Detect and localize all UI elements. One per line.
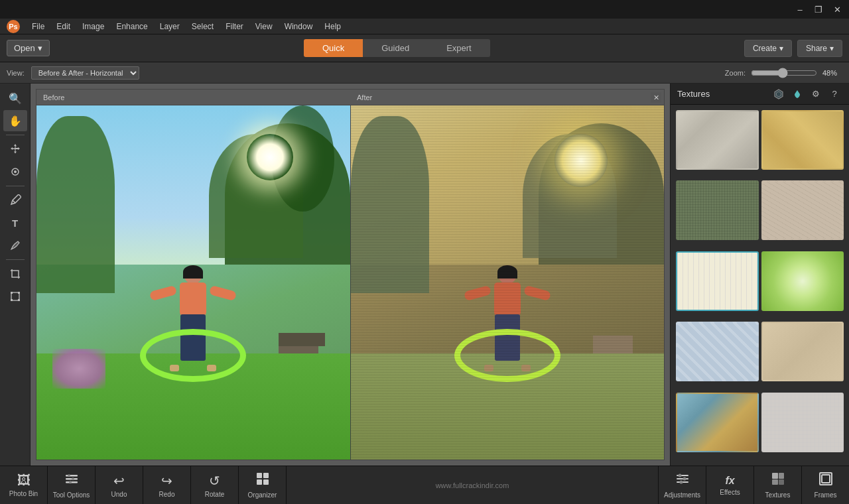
- svg-rect-7: [11, 299, 13, 301]
- frames-label: Frames: [815, 491, 837, 499]
- texture-grid: [671, 105, 849, 466]
- svg-rect-22: [677, 478, 688, 479]
- canvas-area: ✕ Before After: [31, 84, 670, 466]
- top-toolbar: Open ▾ Quick Guided Expert Create ▾ Shar…: [0, 34, 849, 62]
- share-button[interactable]: Share ▾: [797, 40, 842, 57]
- canvas-close-button[interactable]: ✕: [651, 92, 661, 103]
- after-image-pane[interactable]: [351, 105, 665, 460]
- tool-options-label: Tool Options: [53, 491, 90, 499]
- svg-rect-5: [11, 292, 13, 294]
- svg-point-26: [679, 481, 683, 484]
- svg-rect-18: [263, 473, 269, 478]
- help-icon[interactable]: ?: [826, 86, 842, 102]
- organizer-label: Organizer: [248, 491, 277, 499]
- texture-7[interactable]: [676, 322, 759, 381]
- texture-6[interactable]: [761, 251, 844, 311]
- right-panel-header: Textures ⚙ ?: [671, 84, 849, 105]
- zoom-tool[interactable]: 🔍: [3, 88, 27, 109]
- texture-4[interactable]: [761, 180, 844, 240]
- photo-bin-label: Photo Bin: [9, 490, 38, 497]
- texture-8[interactable]: [761, 322, 844, 381]
- before-label: Before: [36, 90, 350, 105]
- adjustments-tool[interactable]: Adjustments: [658, 466, 706, 505]
- svg-rect-19: [257, 479, 262, 485]
- brush-tool[interactable]: [3, 235, 27, 256]
- zoom-value: 48%: [822, 69, 842, 77]
- organizer-tool[interactable]: Organizer: [239, 466, 287, 505]
- tool-separator-2: [6, 186, 25, 186]
- svg-point-25: [683, 477, 686, 481]
- create-button[interactable]: Create ▾: [744, 40, 792, 57]
- menu-select[interactable]: Select: [186, 21, 219, 32]
- draw-tool[interactable]: [3, 190, 27, 211]
- svg-rect-8: [18, 299, 20, 301]
- menu-image[interactable]: Image: [77, 21, 109, 32]
- svg-point-16: [69, 481, 72, 483]
- view-label: View:: [7, 69, 25, 77]
- before-image-pane[interactable]: [36, 105, 350, 460]
- close-button[interactable]: ✕: [828, 2, 846, 17]
- menu-view[interactable]: View: [250, 21, 278, 32]
- menu-filter[interactable]: Filter: [220, 21, 249, 32]
- texture-9[interactable]: [676, 393, 759, 452]
- open-chevron-icon: ▾: [38, 43, 42, 53]
- svg-rect-27: [772, 473, 778, 479]
- smart-brush-tool[interactable]: [3, 161, 27, 182]
- move-tool[interactable]: [3, 139, 27, 160]
- tab-quick[interactable]: Quick: [304, 39, 363, 57]
- photo-bin-tool[interactable]: 🖼 Photo Bin: [0, 466, 48, 505]
- hand-tool[interactable]: ✋: [3, 110, 27, 131]
- menu-help[interactable]: Help: [319, 21, 346, 32]
- svg-rect-30: [779, 479, 784, 485]
- svg-rect-17: [257, 473, 262, 478]
- minimize-button[interactable]: –: [791, 2, 809, 17]
- svg-rect-28: [779, 473, 784, 479]
- transform-tool[interactable]: [3, 286, 27, 307]
- crop-tool[interactable]: [3, 263, 27, 284]
- effects-tool[interactable]: fx Effects: [706, 466, 753, 505]
- share-label: Share: [806, 44, 827, 53]
- tool-separator-3: [6, 259, 25, 260]
- rotate-tool[interactable]: ↺ Rotate: [191, 466, 239, 505]
- menu-enhance[interactable]: Enhance: [111, 21, 153, 32]
- texture-3[interactable]: [676, 180, 759, 240]
- zoom-label: Zoom:: [725, 69, 746, 77]
- redo-label: Redo: [159, 491, 175, 498]
- svg-rect-29: [772, 479, 778, 485]
- zoom-slider[interactable]: [751, 68, 817, 78]
- texture-2[interactable]: [761, 110, 844, 170]
- redo-tool[interactable]: ↪ Redo: [143, 466, 191, 505]
- tool-options-tool[interactable]: Tool Options: [48, 466, 96, 505]
- water-icon[interactable]: [789, 86, 805, 102]
- svg-rect-6: [18, 292, 20, 294]
- svg-rect-20: [263, 479, 269, 485]
- frames-icon: [818, 472, 833, 489]
- effects-label: Effects: [720, 489, 740, 496]
- mode-tabs: Quick Guided Expert: [304, 39, 490, 57]
- maximize-button[interactable]: ❐: [809, 2, 828, 17]
- svg-point-3: [14, 170, 17, 173]
- textures-tool[interactable]: Textures: [753, 466, 801, 505]
- menu-window[interactable]: Window: [279, 21, 318, 32]
- view-select[interactable]: Before & After - Horizontal Before Only …: [31, 66, 139, 80]
- frames-tool[interactable]: Frames: [801, 466, 849, 505]
- create-chevron-icon: ▾: [779, 44, 783, 53]
- texture-10[interactable]: [761, 393, 844, 452]
- titlebar: – ❐ ✕: [0, 0, 849, 19]
- menu-file[interactable]: File: [27, 21, 50, 32]
- texture-5[interactable]: [676, 251, 759, 311]
- tab-guided[interactable]: Guided: [363, 39, 428, 57]
- zoom-container: Zoom: 48%: [725, 68, 842, 78]
- rotate-icon: ↺: [209, 473, 220, 489]
- open-button[interactable]: Open ▾: [7, 40, 50, 56]
- hex-pattern-icon[interactable]: [771, 86, 787, 102]
- settings-icon[interactable]: ⚙: [808, 86, 824, 102]
- text-tool[interactable]: T: [3, 212, 27, 233]
- adjustments-label: Adjustments: [664, 491, 700, 499]
- menu-edit[interactable]: Edit: [51, 21, 76, 32]
- undo-tool[interactable]: ↩ Undo: [96, 466, 143, 505]
- svg-rect-11: [66, 475, 78, 477]
- tab-expert[interactable]: Expert: [428, 39, 490, 57]
- menu-layer[interactable]: Layer: [155, 21, 185, 32]
- texture-1[interactable]: [676, 110, 759, 170]
